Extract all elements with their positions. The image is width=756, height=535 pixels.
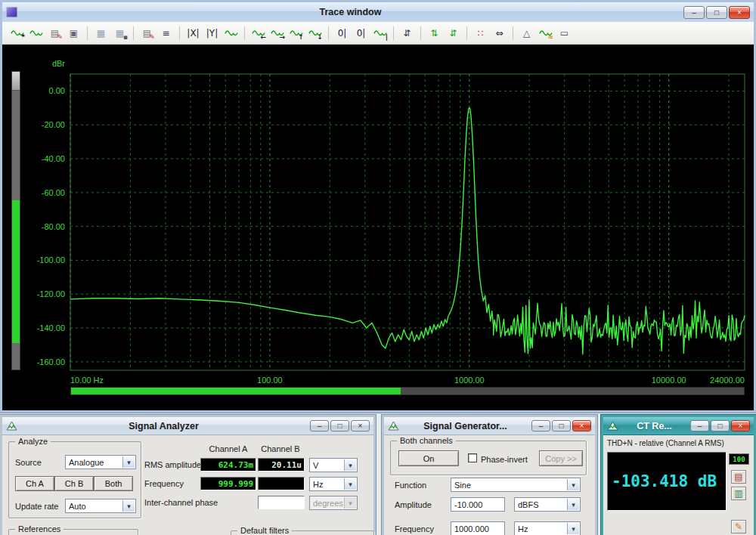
source-select[interactable]: Analogue <box>65 455 136 469</box>
toolbar-separator <box>513 26 513 40</box>
y-tick-label: -160.00 <box>37 357 65 366</box>
ct-titlebar[interactable]: CT Re... – □ × <box>603 417 754 435</box>
analyze-group-label: Analyze <box>15 437 51 446</box>
analyze-group: Analyze Source Analogue Ch A Ch B Both U… <box>8 441 141 518</box>
spread-traces-icon[interactable]: ⇔ <box>491 25 508 42</box>
function-select[interactable]: Sine <box>451 478 581 492</box>
generator-minimize-button[interactable]: – <box>531 420 550 431</box>
trace-window-icon <box>6 7 17 17</box>
generator-maximize-button[interactable]: □ <box>552 420 571 431</box>
y-axis-unit-label: dBr <box>52 59 65 68</box>
zoom-in-icon[interactable]: ↑ <box>287 25 305 42</box>
generator-on-button[interactable]: On <box>398 450 459 466</box>
amplitude-label: Amplitude <box>395 500 432 509</box>
phase-invert-label: Phase-invert <box>481 455 528 464</box>
amplitude-unit-select[interactable]: dBFS <box>514 497 581 512</box>
trace-titlebar[interactable]: Trace window – □ × <box>2 2 754 22</box>
display-settings-icon[interactable]: ▦▪ <box>111 25 129 42</box>
y-tick-label: -60.00 <box>42 188 65 197</box>
toolbar-separator <box>466 26 467 40</box>
generator-frequency-input[interactable]: 1000.000 <box>451 521 505 535</box>
smooth-trace-icon[interactable] <box>27 25 45 42</box>
both-channels-button[interactable]: Both <box>94 476 133 491</box>
y-tick-label: -100.00 <box>37 255 65 264</box>
amplitude-input[interactable]: -10.000 <box>451 497 505 512</box>
zoom-out-icon[interactable]: ↓ <box>306 25 324 42</box>
zoom-y-limits-icon[interactable]: |Y| <box>203 25 221 42</box>
generator-frequency-unit-select[interactable]: Hz <box>514 521 581 535</box>
default-filters-group-label: Default filters <box>237 526 292 535</box>
channel-a-button[interactable]: Ch A <box>15 476 54 491</box>
close-button[interactable]: × <box>729 6 750 19</box>
rms-unit-select[interactable]: V <box>309 458 358 472</box>
trace-window: Trace window – □ × *▤✎▣▦▦▪▤✎≡|X||Y|←→↑↓0… <box>0 0 756 413</box>
cursor-one-icon[interactable]: 0| <box>333 25 351 42</box>
y-tick-label: -120.00 <box>37 289 65 298</box>
edit-values-icon[interactable]: ▤✎ <box>138 25 156 42</box>
copy-graph-icon[interactable]: ▣ <box>65 25 82 42</box>
ct-close-button[interactable]: × <box>731 420 750 431</box>
generator-close-button[interactable]: × <box>572 420 591 431</box>
fit-trace-icon[interactable] <box>222 25 240 42</box>
frequency-channel-a-display: 999.999 <box>200 477 256 490</box>
trace-up-icon[interactable]: ⇅ <box>426 25 443 42</box>
signal-analyzer-window: Signal Analyzer – □ × Analyze Source Ana… <box>0 415 376 535</box>
both-channels-group-label: Both channels <box>397 436 456 445</box>
pan-right-icon[interactable]: → <box>268 25 286 42</box>
signal-generator-window: Signal Generator... – □ × Both channels … <box>382 415 597 535</box>
harmonic-markers-icon[interactable]: ⇵ <box>398 25 416 42</box>
analyzer-minimize-button[interactable]: – <box>310 420 329 431</box>
edit-button[interactable]: ✎ <box>731 520 746 533</box>
generator-titlebar[interactable]: Signal Generator... – □ × <box>384 417 595 435</box>
cursor-two-icon[interactable]: 0| <box>352 25 370 42</box>
horizontal-scrollbar[interactable] <box>70 387 745 395</box>
analyzer-titlebar[interactable]: Signal Analyzer – □ × <box>2 417 373 435</box>
channel-b-header: Channel B <box>256 444 305 453</box>
toolbar-separator <box>328 26 329 40</box>
phase-invert-checkbox[interactable] <box>468 453 477 462</box>
zoom-x-limits-icon[interactable]: |X| <box>184 25 202 42</box>
fft-settings-icon[interactable]: ▦ <box>92 25 110 42</box>
edit-graph-icon[interactable]: ▤✎ <box>46 25 64 42</box>
y-tick-label: -80.00 <box>42 222 65 231</box>
trace-down-icon[interactable]: ⇵ <box>445 25 462 42</box>
log-button[interactable]: ▤ <box>731 470 746 484</box>
y-tick-label: -140.00 <box>37 323 65 332</box>
channel-b-button[interactable]: Ch B <box>54 476 94 491</box>
rms-channel-b-display: 20.11u <box>258 458 305 472</box>
phase-value-box <box>258 496 305 509</box>
raise-trace-icon[interactable]: △ <box>518 25 535 42</box>
horizontal-scrollbar-thumb[interactable] <box>71 388 401 394</box>
x-tick-label: 1000.00 <box>454 376 485 385</box>
frequency-unit-select[interactable]: Hz <box>309 477 358 491</box>
analyzer-close-button[interactable]: × <box>351 420 370 431</box>
minimize-button[interactable]: – <box>683 6 705 19</box>
y-tick-label: -20.00 <box>42 120 65 129</box>
cursor-trace-icon[interactable]: | <box>371 25 389 42</box>
grid-button[interactable]: ▥ <box>731 487 746 500</box>
toolbar-separator <box>87 26 88 40</box>
trace-window-title: Trace window <box>20 7 680 17</box>
generator-client: Both channels On Phase-invert Copy >> Fu… <box>384 435 595 535</box>
values-table-icon[interactable]: ≡ <box>157 25 175 42</box>
x-tick-label: 10000.00 <box>652 376 686 385</box>
dots-display-icon[interactable]: ∷ <box>472 25 489 42</box>
add-trace-icon[interactable]: * <box>8 25 26 42</box>
trace-plot-wrap: dBr0.00-20.00-40.00-60.00-80.00-100.00-1… <box>2 45 754 410</box>
references-group: References <box>8 529 138 535</box>
ruler-icon[interactable]: ▭ <box>556 25 573 42</box>
maximize-button[interactable]: □ <box>706 6 727 19</box>
overlay-trace-icon[interactable]: ≈ <box>537 25 554 42</box>
spectrum-chart[interactable]: dBr0.00-20.00-40.00-60.00-80.00-100.00-1… <box>2 45 754 411</box>
ct-minimize-button[interactable]: – <box>690 420 709 431</box>
pan-left-icon[interactable]: ← <box>249 25 267 42</box>
x-tick-label: 24000.00 <box>710 376 745 385</box>
x-tick-label: 100.00 <box>257 376 283 385</box>
analyzer-maximize-button[interactable]: □ <box>330 420 349 431</box>
ct-maximize-button[interactable]: □ <box>711 420 730 431</box>
update-rate-select[interactable]: Auto <box>65 499 136 513</box>
vertical-zoom-meter[interactable] <box>11 71 20 370</box>
toolbar-separator <box>420 26 421 40</box>
vertical-meter-thumb[interactable] <box>12 72 20 91</box>
analyzer-window-title: Signal Analyzer <box>20 421 307 431</box>
